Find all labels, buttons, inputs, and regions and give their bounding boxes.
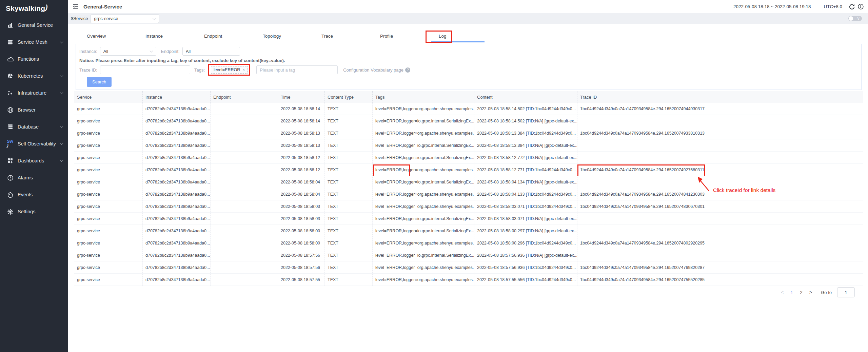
page-2-button[interactable]: 2 bbox=[799, 290, 803, 295]
trace-id-link[interactable]: 1bc04d9244d349c0a74a14709349584e.294.165… bbox=[580, 131, 705, 136]
sidebar-item-service-mesh[interactable]: Service Mesh bbox=[0, 34, 68, 51]
log-row[interactable]: grpc-service d70782b8c2d347138b9a4aada0.… bbox=[74, 139, 863, 152]
sidebar-item-dashboards[interactable]: Dashboards bbox=[0, 152, 68, 169]
cell-content-type: TEXT bbox=[325, 213, 373, 224]
tab[interactable]: Overview bbox=[87, 30, 145, 42]
cell-content: 2022-05-08 18:58:13.384 [TID:1bc04d9244d… bbox=[474, 127, 577, 139]
tab[interactable]: Instance bbox=[145, 30, 204, 42]
tag-chip[interactable]: level=ERROR × bbox=[211, 66, 248, 74]
cell-time: 2022-05-08 18:58:12 bbox=[278, 152, 325, 163]
close-icon[interactable]: × bbox=[242, 67, 245, 72]
cell-tags: level=ERROR,logger=io.grpc.internal.Seri… bbox=[373, 225, 474, 237]
trace-id-link[interactable]: 1bc04d9244d349c0a74a14709349584e.294.165… bbox=[580, 241, 705, 246]
sidebar-item-general-service[interactable]: General Service bbox=[0, 17, 68, 34]
log-row[interactable]: grpc-service d70782b8c2d347138b9a4aada0.… bbox=[74, 261, 863, 274]
instance-filter-label: Instance: bbox=[79, 49, 97, 54]
timezone-label[interactable]: UTC+8:0 bbox=[824, 4, 842, 9]
sidebar-item-functions[interactable]: Functions bbox=[0, 51, 68, 67]
trace-id-link[interactable]: 1bc04d9244d349c0a74a14709349584e.294.165… bbox=[580, 277, 705, 282]
events-clock-icon bbox=[7, 191, 14, 198]
goto-page-input[interactable] bbox=[837, 287, 855, 297]
search-button[interactable]: Search bbox=[87, 77, 112, 87]
info-icon[interactable] bbox=[857, 3, 864, 10]
auto-refresh-toggle[interactable]: V bbox=[848, 16, 862, 21]
cell-service: grpc-service bbox=[74, 152, 143, 163]
chevron-down-icon bbox=[60, 142, 63, 145]
page-1-button[interactable]: 1 bbox=[790, 290, 794, 295]
trace-id-input[interactable] bbox=[100, 65, 190, 74]
cell-endpoint bbox=[211, 127, 278, 139]
sidebar-item-self-observability[interactable]: Sw) Self Observability bbox=[0, 135, 68, 152]
log-row[interactable]: grpc-service d70782b8c2d347138b9a4aada0.… bbox=[74, 274, 863, 286]
log-filter-panel: Instance: All Endpoint: Notice: Please p… bbox=[76, 44, 862, 90]
configuration-vocabulary-link[interactable]: Configuration Vocabulary page bbox=[343, 67, 403, 73]
sidebar-item-infrastructure[interactable]: Infrastructure bbox=[0, 84, 68, 101]
sidebar-item-settings[interactable]: Settings bbox=[0, 203, 68, 220]
cell-service: grpc-service bbox=[74, 261, 143, 273]
sidebar-item-kubernetes[interactable]: Kubernetes bbox=[0, 67, 68, 84]
log-row[interactable]: grpc-service d70782b8c2d347138b9a4aada0.… bbox=[74, 115, 863, 127]
log-row[interactable]: grpc-service d70782b8c2d347138b9a4aada0.… bbox=[74, 249, 863, 261]
cell-content-type: TEXT bbox=[325, 152, 373, 163]
cell-content: 2022-05-08 18:58:13.384 [TID:N/A] [grpc-… bbox=[474, 139, 577, 151]
cell-time: 2022-05-08 18:58:14 bbox=[278, 115, 325, 127]
time-range-picker[interactable]: 2022-05-08 18:18 ~ 2022-05-08 19:18 bbox=[733, 4, 811, 9]
annotation-text: Click traceId for link details bbox=[713, 187, 775, 193]
annotation-box-tag: level=ERROR × bbox=[208, 64, 250, 76]
cell-time: 2022-05-08 18:58:00 bbox=[278, 225, 325, 237]
cell-service: grpc-service bbox=[74, 127, 143, 139]
cell-service: grpc-service bbox=[74, 249, 143, 261]
help-icon[interactable]: ? bbox=[405, 67, 410, 73]
previous-page-icon[interactable]: < bbox=[780, 290, 784, 295]
tab[interactable]: Log bbox=[439, 30, 497, 42]
cell-tags: level=ERROR,logger=io.grpc.internal.Seri… bbox=[373, 249, 474, 261]
cell-trace-id bbox=[577, 139, 709, 151]
log-row[interactable]: grpc-service d70782b8c2d347138b9a4aada0.… bbox=[74, 127, 863, 139]
tag-input[interactable] bbox=[256, 65, 338, 74]
log-row[interactable]: grpc-service d70782b8c2d347138b9a4aada0.… bbox=[74, 225, 863, 237]
log-row[interactable]: grpc-service d70782b8c2d347138b9a4aada0.… bbox=[74, 200, 863, 213]
sidebar-item-alarms[interactable]: Alarms bbox=[0, 169, 68, 186]
cell-endpoint bbox=[211, 213, 278, 224]
trace-id-link[interactable]: 1bc04d9244d349c0a74a14709349584e.294.165… bbox=[580, 106, 705, 111]
tab[interactable]: Trace bbox=[321, 30, 380, 42]
toggle-knob bbox=[849, 16, 853, 21]
log-row[interactable]: grpc-service d70782b8c2d347138b9a4aada0.… bbox=[74, 176, 863, 188]
next-page-icon[interactable]: > bbox=[809, 290, 813, 295]
log-row[interactable]: grpc-service d70782b8c2d347138b9a4aada0.… bbox=[74, 152, 863, 164]
sidebar: Skywalking) General Service Service Mesh… bbox=[0, 0, 68, 352]
refresh-icon[interactable] bbox=[848, 3, 855, 10]
trace-id-link[interactable]: 1bc04d9244d349c0a74a14709349584e.294.165… bbox=[580, 168, 704, 172]
cell-instance: d70782b8c2d347138b9a4aada0... bbox=[143, 237, 211, 249]
trace-id-link[interactable]: 1bc04d9244d349c0a74a14709349584e.294.165… bbox=[580, 204, 705, 209]
cell-content: 2022-05-08 18:58:03.071 [TID:N/A] [grpc-… bbox=[474, 213, 577, 224]
cell-service: grpc-service bbox=[74, 103, 143, 115]
cell-endpoint bbox=[211, 225, 278, 237]
sidebar-item-events[interactable]: Events bbox=[0, 186, 68, 203]
column-header: Time bbox=[278, 91, 325, 103]
sidebar-collapse-icon[interactable] bbox=[72, 3, 79, 10]
sidebar-item-browser[interactable]: Browser bbox=[0, 101, 68, 118]
page-title: General-Service bbox=[83, 4, 122, 9]
endpoint-input[interactable] bbox=[182, 47, 240, 56]
skywalking-logo: Skywalking) bbox=[0, 0, 68, 15]
top-header: General-Service 2022-05-08 18:18 ~ 2022-… bbox=[68, 0, 868, 13]
instance-select[interactable]: All bbox=[100, 47, 156, 56]
sidebar-item-database[interactable]: Database bbox=[0, 118, 68, 135]
tab[interactable]: Endpoint bbox=[204, 30, 263, 42]
cell-instance: d70782b8c2d347138b9a4aada0... bbox=[143, 261, 211, 273]
cell-trace-id bbox=[577, 225, 709, 237]
log-row[interactable]: grpc-service d70782b8c2d347138b9a4aada0.… bbox=[74, 103, 863, 115]
log-row[interactable]: grpc-service d70782b8c2d347138b9a4aada0.… bbox=[74, 164, 863, 176]
cell-instance: d70782b8c2d347138b9a4aada0... bbox=[143, 200, 211, 212]
chevron-down-icon bbox=[60, 40, 63, 43]
tab[interactable]: Topology bbox=[263, 30, 321, 42]
cell-time: 2022-05-08 18:58:13 bbox=[278, 139, 325, 151]
cell-tags: level=ERROR,logger=io.grpc.internal.Seri… bbox=[373, 213, 474, 224]
service-select[interactable]: grpc-service bbox=[91, 14, 159, 23]
log-row[interactable]: grpc-service d70782b8c2d347138b9a4aada0.… bbox=[74, 213, 863, 225]
mesh-layers-icon bbox=[7, 39, 14, 45]
trace-id-link[interactable]: 1bc04d9244d349c0a74a14709349584e.294.165… bbox=[580, 192, 705, 197]
log-row[interactable]: grpc-service d70782b8c2d347138b9a4aada0.… bbox=[74, 237, 863, 249]
trace-id-link[interactable]: 1bc04d9244d349c0a74a14709349584e.294.165… bbox=[580, 265, 705, 270]
